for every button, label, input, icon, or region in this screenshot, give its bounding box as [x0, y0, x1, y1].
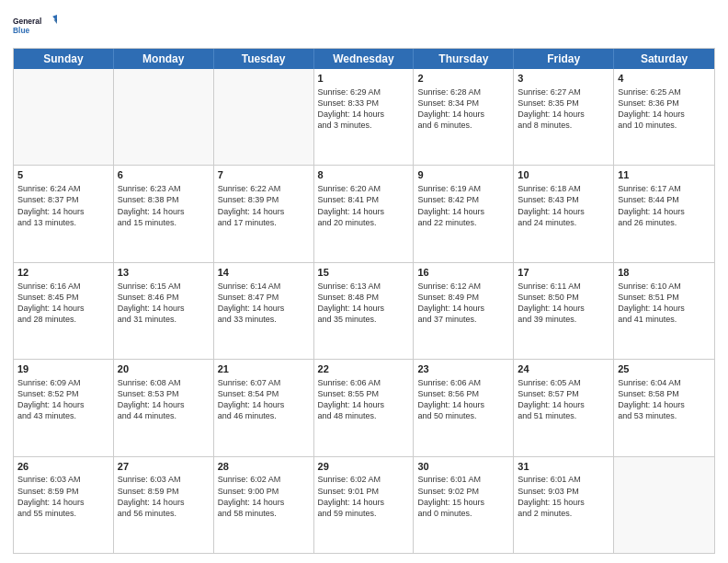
day-number-29: 29 [318, 460, 410, 474]
day-cell-30: 30Sunrise: 6:01 AM Sunset: 9:02 PM Dayli… [414, 457, 514, 553]
logo-svg: General Blue [13, 9, 57, 42]
day-cell-20: 20Sunrise: 6:08 AM Sunset: 8:53 PM Dayli… [114, 360, 214, 455]
day-info-26: Sunrise: 6:03 AM Sunset: 8:59 PM Dayligh… [17, 474, 109, 519]
svg-text:General: General [13, 17, 41, 26]
day-number-22: 22 [318, 362, 410, 376]
day-cell-3: 3Sunrise: 6:27 AM Sunset: 8:35 PM Daylig… [514, 69, 614, 165]
day-info-10: Sunrise: 6:18 AM Sunset: 8:43 PM Dayligh… [518, 183, 609, 228]
day-number-7: 7 [218, 168, 310, 182]
day-number-20: 20 [118, 362, 210, 376]
day-info-5: Sunrise: 6:24 AM Sunset: 8:37 PM Dayligh… [17, 183, 109, 228]
day-info-27: Sunrise: 6:03 AM Sunset: 8:59 PM Dayligh… [118, 474, 210, 519]
day-info-30: Sunrise: 6:01 AM Sunset: 9:02 PM Dayligh… [417, 474, 509, 519]
empty-cell-0-1 [114, 69, 214, 165]
calendar: SundayMondayTuesdayWednesdayThursdayFrid… [13, 48, 715, 554]
day-cell-11: 11Sunrise: 6:17 AM Sunset: 8:44 PM Dayli… [614, 166, 714, 261]
day-cell-17: 17Sunrise: 6:11 AM Sunset: 8:50 PM Dayli… [514, 263, 614, 359]
header-thursday: Thursday [414, 49, 514, 69]
day-cell-7: 7Sunrise: 6:22 AM Sunset: 8:39 PM Daylig… [214, 166, 314, 261]
day-cell-9: 9Sunrise: 6:19 AM Sunset: 8:42 PM Daylig… [414, 166, 514, 261]
day-info-20: Sunrise: 6:08 AM Sunset: 8:53 PM Dayligh… [118, 377, 210, 422]
day-info-25: Sunrise: 6:04 AM Sunset: 8:58 PM Dayligh… [618, 377, 711, 422]
day-cell-16: 16Sunrise: 6:12 AM Sunset: 8:49 PM Dayli… [414, 263, 514, 359]
day-info-28: Sunrise: 6:02 AM Sunset: 9:00 PM Dayligh… [218, 474, 310, 519]
day-info-12: Sunrise: 6:16 AM Sunset: 8:45 PM Dayligh… [17, 281, 109, 326]
day-number-2: 2 [417, 72, 509, 86]
logo: General Blue [13, 9, 57, 42]
day-number-13: 13 [118, 266, 210, 280]
day-number-1: 1 [318, 72, 410, 86]
day-cell-13: 13Sunrise: 6:15 AM Sunset: 8:46 PM Dayli… [114, 263, 214, 359]
day-cell-18: 18Sunrise: 6:10 AM Sunset: 8:51 PM Dayli… [614, 263, 714, 359]
day-info-22: Sunrise: 6:06 AM Sunset: 8:55 PM Dayligh… [318, 377, 410, 422]
day-number-23: 23 [417, 362, 509, 376]
day-number-16: 16 [417, 266, 509, 280]
week-row-2: 5Sunrise: 6:24 AM Sunset: 8:37 PM Daylig… [14, 165, 714, 261]
day-info-19: Sunrise: 6:09 AM Sunset: 8:52 PM Dayligh… [17, 377, 109, 422]
day-info-1: Sunrise: 6:29 AM Sunset: 8:33 PM Dayligh… [318, 86, 410, 132]
day-info-7: Sunrise: 6:22 AM Sunset: 8:39 PM Dayligh… [218, 183, 310, 228]
day-cell-10: 10Sunrise: 6:18 AM Sunset: 8:43 PM Dayli… [514, 166, 614, 261]
day-cell-14: 14Sunrise: 6:14 AM Sunset: 8:47 PM Dayli… [214, 263, 314, 359]
day-cell-4: 4Sunrise: 6:25 AM Sunset: 8:36 PM Daylig… [614, 69, 714, 165]
day-cell-5: 5Sunrise: 6:24 AM Sunset: 8:37 PM Daylig… [14, 166, 114, 261]
day-cell-2: 2Sunrise: 6:28 AM Sunset: 8:34 PM Daylig… [414, 69, 514, 165]
day-cell-8: 8Sunrise: 6:20 AM Sunset: 8:41 PM Daylig… [314, 166, 415, 261]
day-number-25: 25 [618, 362, 711, 376]
day-number-24: 24 [518, 362, 609, 376]
day-cell-23: 23Sunrise: 6:06 AM Sunset: 8:56 PM Dayli… [414, 360, 514, 455]
day-info-31: Sunrise: 6:01 AM Sunset: 9:03 PM Dayligh… [518, 474, 609, 519]
header-saturday: Saturday [614, 49, 714, 69]
day-info-23: Sunrise: 6:06 AM Sunset: 8:56 PM Dayligh… [417, 377, 509, 422]
day-cell-26: 26Sunrise: 6:03 AM Sunset: 8:59 PM Dayli… [14, 457, 114, 553]
day-cell-21: 21Sunrise: 6:07 AM Sunset: 8:54 PM Dayli… [214, 360, 314, 455]
day-number-28: 28 [218, 460, 310, 474]
day-number-3: 3 [518, 72, 609, 86]
day-info-13: Sunrise: 6:15 AM Sunset: 8:46 PM Dayligh… [118, 281, 210, 326]
day-number-27: 27 [118, 460, 210, 474]
day-number-6: 6 [118, 168, 210, 182]
header-tuesday: Tuesday [214, 49, 314, 69]
day-number-8: 8 [318, 168, 410, 182]
day-info-24: Sunrise: 6:05 AM Sunset: 8:57 PM Dayligh… [518, 377, 609, 422]
calendar-body: 1Sunrise: 6:29 AM Sunset: 8:33 PM Daylig… [14, 69, 714, 553]
svg-text:Blue: Blue [13, 26, 30, 35]
page: General Blue SundayMondayTuesdayWednesda… [0, 0, 728, 563]
svg-marker-3 [53, 18, 57, 25]
day-number-19: 19 [17, 362, 109, 376]
day-info-17: Sunrise: 6:11 AM Sunset: 8:50 PM Dayligh… [518, 281, 609, 326]
day-cell-28: 28Sunrise: 6:02 AM Sunset: 9:00 PM Dayli… [214, 457, 314, 553]
day-number-26: 26 [17, 460, 109, 474]
empty-cell-0-0 [14, 69, 114, 165]
day-number-15: 15 [318, 266, 410, 280]
day-info-11: Sunrise: 6:17 AM Sunset: 8:44 PM Dayligh… [618, 183, 711, 228]
week-row-3: 12Sunrise: 6:16 AM Sunset: 8:45 PM Dayli… [14, 262, 714, 359]
day-info-16: Sunrise: 6:12 AM Sunset: 8:49 PM Dayligh… [417, 281, 509, 326]
day-info-6: Sunrise: 6:23 AM Sunset: 8:38 PM Dayligh… [118, 183, 210, 228]
empty-cell-4-6 [614, 457, 714, 553]
day-info-18: Sunrise: 6:10 AM Sunset: 8:51 PM Dayligh… [618, 281, 711, 326]
day-info-8: Sunrise: 6:20 AM Sunset: 8:41 PM Dayligh… [318, 183, 410, 228]
day-info-15: Sunrise: 6:13 AM Sunset: 8:48 PM Dayligh… [318, 281, 410, 326]
day-number-14: 14 [218, 266, 310, 280]
day-info-2: Sunrise: 6:28 AM Sunset: 8:34 PM Dayligh… [417, 86, 509, 132]
day-info-3: Sunrise: 6:27 AM Sunset: 8:35 PM Dayligh… [518, 86, 609, 132]
day-info-14: Sunrise: 6:14 AM Sunset: 8:47 PM Dayligh… [218, 281, 310, 326]
day-number-12: 12 [17, 266, 109, 280]
day-info-29: Sunrise: 6:02 AM Sunset: 9:01 PM Dayligh… [318, 474, 410, 519]
day-info-21: Sunrise: 6:07 AM Sunset: 8:54 PM Dayligh… [218, 377, 310, 422]
day-cell-29: 29Sunrise: 6:02 AM Sunset: 9:01 PM Dayli… [314, 457, 415, 553]
header-friday: Friday [514, 49, 614, 69]
day-number-9: 9 [417, 168, 509, 182]
day-number-31: 31 [518, 460, 609, 474]
day-number-5: 5 [17, 168, 109, 182]
day-cell-22: 22Sunrise: 6:06 AM Sunset: 8:55 PM Dayli… [314, 360, 415, 455]
day-cell-31: 31Sunrise: 6:01 AM Sunset: 9:03 PM Dayli… [514, 457, 614, 553]
day-cell-24: 24Sunrise: 6:05 AM Sunset: 8:57 PM Dayli… [514, 360, 614, 455]
day-info-9: Sunrise: 6:19 AM Sunset: 8:42 PM Dayligh… [417, 183, 509, 228]
day-number-11: 11 [618, 168, 711, 182]
day-cell-25: 25Sunrise: 6:04 AM Sunset: 8:58 PM Dayli… [614, 360, 714, 455]
week-row-4: 19Sunrise: 6:09 AM Sunset: 8:52 PM Dayli… [14, 359, 714, 455]
day-cell-6: 6Sunrise: 6:23 AM Sunset: 8:38 PM Daylig… [114, 166, 214, 261]
empty-cell-0-2 [214, 69, 314, 165]
